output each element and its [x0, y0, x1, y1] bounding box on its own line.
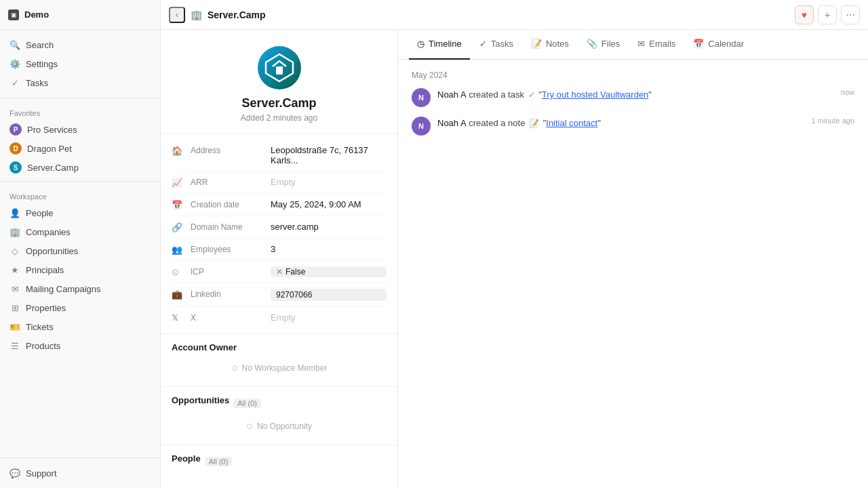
workspace-label: Workspace	[0, 186, 160, 203]
app-icon	[8, 9, 19, 20]
employees-icon: 👥	[172, 245, 185, 255]
people-section: People All (0)	[161, 445, 397, 483]
app-title: Demo	[24, 9, 49, 20]
sidebar-item-tasks[interactable]: ✓ Tasks	[0, 73, 160, 92]
pro-services-label: Pro Services	[27, 125, 77, 135]
creation-date-value: May 25, 2024, 9:00 AM	[271, 199, 387, 209]
notes-tab-label: Notes	[546, 39, 569, 49]
sidebar-tasks-label: Tasks	[26, 78, 48, 88]
support-label: Support	[26, 468, 57, 479]
back-button[interactable]: ‹	[169, 7, 185, 23]
topbar: ‹ 🏢 Server.Camp ♥ + ⋯	[161, 0, 868, 30]
domain-value: server.camp	[271, 222, 387, 232]
opportunities-header: Opportunities All (0)	[172, 395, 387, 411]
opportunities-empty: ⊙ No Opportunity	[172, 416, 387, 436]
products-icon: ☰	[9, 340, 20, 351]
linkedin-value[interactable]: 92707066	[271, 289, 387, 301]
sidebar-item-tickets[interactable]: 🎫 Tickets	[0, 317, 160, 336]
sidebar-item-properties[interactable]: ⊞ Properties	[0, 298, 160, 317]
tab-timeline[interactable]: ◷ Timeline	[409, 30, 470, 60]
sidebar-item-companies[interactable]: 🏢 Companies	[0, 222, 160, 241]
field-linkedin: 💼 Linkedin 92707066	[172, 283, 387, 307]
profile-subtitle: Added 2 minutes ago	[241, 113, 317, 123]
event-time-0: now	[841, 88, 854, 96]
topbar-title: Server.Camp	[208, 9, 789, 20]
event-avatar-0: N	[412, 88, 431, 107]
tab-emails[interactable]: ✉ Emails	[629, 30, 684, 60]
people-count: All (0)	[205, 457, 233, 466]
event-quote-close-0: "	[648, 89, 652, 100]
no-member-label: No Workspace Member	[242, 363, 328, 373]
sidebar-item-support[interactable]: 💬 Support	[9, 464, 151, 483]
timeline-tab-icon: ◷	[417, 39, 425, 49]
x-label: X	[191, 312, 265, 323]
employees-value: 3	[271, 244, 387, 254]
event-quote-close-1: "	[597, 118, 601, 128]
company-icon: 🏢	[191, 9, 202, 20]
timeline-content: May 2024 N Noah A created a task ✓ "Try …	[398, 60, 868, 488]
linkedin-icon: 💼	[172, 289, 185, 300]
sidebar-nav: 🔍 Search ⚙️ Settings ✓ Tasks	[0, 30, 160, 98]
sidebar-item-mailing[interactable]: ✉ Mailing Campaigns	[0, 279, 160, 298]
event-inline-icon-1: 📝	[529, 119, 539, 128]
field-icp: ⊙ ICP ✕ False	[172, 261, 387, 283]
sidebar-item-pro-services[interactable]: P Pro Services	[0, 120, 160, 139]
server-camp-badge: S	[9, 161, 22, 174]
event-body-0: Noah A created a task ✓ "Try out hosted …	[437, 88, 829, 102]
favorites-label: Favorites	[0, 102, 160, 120]
opportunities-label: Opportunities	[26, 246, 78, 256]
opportunities-count: All (0)	[233, 399, 261, 408]
profile-header: Server.Camp Added 2 minutes ago	[161, 30, 397, 134]
calendar-tab-label: Calendar	[708, 39, 744, 49]
sidebar-item-settings[interactable]: ⚙️ Settings	[0, 54, 160, 73]
pro-services-badge: P	[9, 123, 22, 136]
sidebar-item-search[interactable]: 🔍 Search	[0, 35, 160, 54]
emails-tab-label: Emails	[649, 39, 675, 49]
sidebar-item-opportunities[interactable]: ◇ Opportunities	[0, 241, 160, 260]
account-owner-title: Account Owner	[172, 342, 387, 352]
tab-tasks[interactable]: ✓ Tasks	[471, 30, 521, 60]
event-action-0: created a task	[469, 89, 526, 100]
server-camp-label: Server.Camp	[27, 163, 79, 173]
event-actor-1: Noah A	[437, 118, 467, 128]
tab-calendar[interactable]: 📅 Calendar	[685, 30, 752, 60]
event-link-1[interactable]: Initial contact	[546, 118, 597, 128]
main-area: ‹ 🏢 Server.Camp ♥ + ⋯ Server.Camp Added …	[161, 0, 868, 488]
opportunities-section: Opportunities All (0) ⊙ No Opportunity	[161, 386, 397, 445]
content-area: Server.Camp Added 2 minutes ago 🏠 Addres…	[161, 30, 868, 488]
people-title: People	[172, 453, 201, 464]
favorite-button[interactable]: ♥	[795, 5, 814, 24]
field-address: 🏠 Address Leopoldstraße 7c, 76137 Karls.…	[172, 140, 387, 171]
search-icon: 🔍	[9, 39, 20, 50]
no-member-icon: ⊙	[231, 363, 238, 373]
timeline-event-0: N Noah A created a task ✓ "Try out hoste…	[412, 88, 854, 107]
dragon-pet-label: Dragon Pet	[27, 144, 72, 154]
sidebar-item-principals[interactable]: ★ Principals	[0, 260, 160, 279]
employees-label: Employees	[191, 244, 265, 254]
svg-rect-1	[276, 66, 283, 75]
tab-notes[interactable]: 📝 Notes	[523, 30, 577, 60]
more-options-button[interactable]: ⋯	[841, 5, 860, 24]
icp-icon: ⊙	[172, 267, 185, 277]
products-label: Products	[26, 341, 60, 351]
sidebar-item-people[interactable]: 👤 People	[0, 203, 160, 222]
people-icon: 👤	[9, 207, 20, 218]
add-button[interactable]: +	[818, 5, 837, 24]
event-time-1: 1 minute ago	[811, 117, 854, 125]
sidebar-item-dragon-pet[interactable]: D Dragon Pet	[0, 139, 160, 158]
timeline-event-1: N Noah A created a note 📝 "Initial conta…	[412, 117, 854, 136]
tasks-icon: ✓	[9, 77, 20, 88]
sidebar-settings-label: Settings	[26, 59, 58, 69]
sidebar: Demo 🔍 Search ⚙️ Settings ✓ Tasks Favori…	[0, 0, 161, 488]
sidebar-item-products[interactable]: ☰ Products	[0, 336, 160, 355]
tickets-icon: 🎫	[9, 321, 20, 332]
sidebar-item-server-camp[interactable]: S Server.Camp	[0, 158, 160, 177]
profile-name: Server.Camp	[241, 96, 316, 110]
companies-icon: 🏢	[9, 226, 20, 237]
creation-date-icon: 📅	[172, 200, 185, 210]
tab-files[interactable]: 📎 Files	[578, 30, 628, 60]
company-avatar	[258, 46, 301, 89]
support-icon: 💬	[9, 468, 20, 479]
event-link-0[interactable]: Try out hosted Vaultwarden	[542, 89, 649, 100]
properties-label: Properties	[26, 303, 66, 313]
